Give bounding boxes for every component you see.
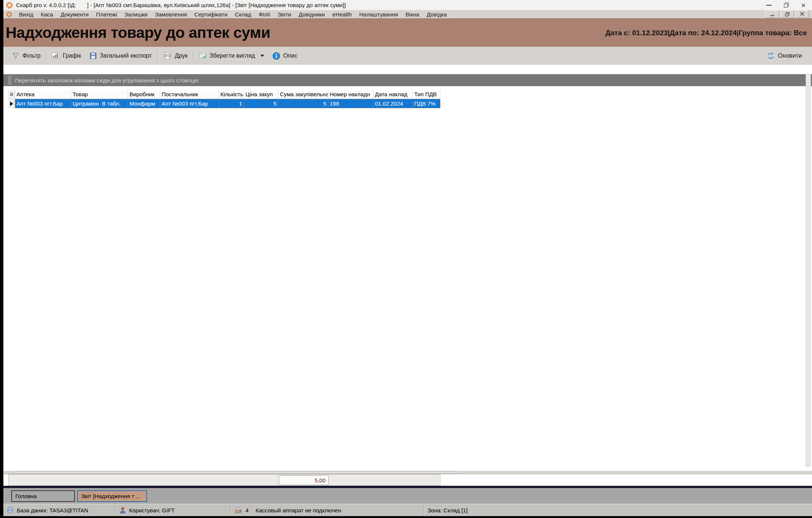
summary-total-cell: 5,00: [279, 475, 329, 485]
menu-item-4[interactable]: Платежі: [92, 11, 121, 18]
menu-item-2[interactable]: Каса: [37, 11, 57, 18]
menu-item-3[interactable]: Документи: [57, 11, 92, 18]
group-by-hint: Перетягніть заголовок колонки сюди для у…: [15, 77, 198, 84]
column-header-8[interactable]: Номер накладн: [328, 90, 373, 99]
toolbar: ФільтрГрафікЗагальний експортДрукЗберегт…: [3, 47, 812, 65]
status-bar: База даних: TASA3@TITANКористувач: GIFT4…: [3, 504, 812, 516]
menu-item-9[interactable]: Філії: [255, 11, 274, 18]
toolbar-button-3[interactable]: Загальний експорт: [85, 50, 156, 62]
mdi-close-icon: ✕: [799, 11, 805, 17]
toolbar-separator: [157, 50, 158, 61]
menu-item-10[interactable]: Звіти: [274, 11, 295, 18]
mdi-close-button[interactable]: ✕: [795, 10, 809, 18]
column-header-5[interactable]: Кількість: [219, 90, 244, 99]
grid-bottom-border: [3, 486, 812, 488]
menu-item-8[interactable]: Склад: [231, 11, 255, 18]
cell-9[interactable]: 01.02.2024: [373, 99, 413, 108]
toolbar-button-label: Друк: [175, 52, 188, 59]
menu-bar: ВихідКасаДокументиПлатежіЗалишкиЗамовлен…: [3, 10, 812, 18]
status-label: Користувач: GIFT: [129, 507, 175, 514]
status-label: Зона: Склад [1]: [428, 507, 468, 514]
cell-10[interactable]: ПДВ 7%: [413, 99, 440, 108]
cell-4[interactable]: Апт №003 пгт.Бар: [160, 99, 219, 108]
menu-item-15[interactable]: Довідка: [423, 11, 451, 18]
toolbar-button-5[interactable]: Зберегти вигляд: [195, 50, 268, 62]
toolbar-button-label: Загальний експорт: [100, 52, 152, 59]
minimize-icon: [766, 5, 772, 6]
dropdown-arrow-icon[interactable]: [260, 55, 264, 57]
status-segment-3: 4: [231, 504, 251, 516]
cell-1[interactable]: Апт №003 пгт.Бар: [15, 99, 71, 108]
tab-1[interactable]: Головна: [11, 490, 75, 502]
cell-2[interactable]: Цитрамон В табл.: [71, 99, 128, 108]
menu-item-7[interactable]: Сертифікати: [191, 11, 231, 18]
filter-icon: [12, 52, 19, 60]
chart-icon: [52, 52, 59, 60]
menu-item-13[interactable]: Налаштування: [355, 11, 402, 18]
summary-footer: 5,00: [8, 474, 440, 486]
menu-item-5[interactable]: Залишки: [121, 11, 152, 18]
scrollbar-thumb[interactable]: [13, 471, 458, 473]
column-header-9[interactable]: Дата наклад: [373, 90, 413, 99]
refresh-label: Оновити: [778, 52, 802, 59]
mdi-restore-icon: [785, 12, 790, 16]
status-segment-2: Користувач: GIFT: [116, 504, 231, 516]
toolbar-button-2[interactable]: Графік: [48, 50, 85, 62]
mdi-restore-button[interactable]: [780, 10, 794, 18]
minimize-button[interactable]: [760, 0, 778, 10]
toolbar-button-label: Графік: [62, 52, 81, 59]
column-header-6[interactable]: Ціна закуп: [244, 90, 278, 99]
toolbar-separator: [193, 50, 194, 61]
cell-8[interactable]: 198: [328, 99, 373, 108]
report-filter-summary: Дата с: 01.12.2023|Дата по: 24.12.2024|Г…: [605, 29, 807, 37]
cell-7[interactable]: 5: [278, 99, 328, 108]
close-icon: ×: [801, 1, 806, 9]
menu-item-12[interactable]: eHealth: [329, 11, 355, 18]
menu-item-14[interactable]: Вікна: [402, 11, 423, 18]
group-by-panel[interactable]: Перетягніть заголовок колонки сюди для у…: [3, 74, 812, 86]
table-row[interactable]: Апт №003 пгт.БарЦитрамон В табл.МонфармА…: [8, 99, 440, 108]
restore-icon: [784, 3, 789, 7]
toolbar-button-label: Зберегти вигляд: [210, 52, 255, 59]
title-bar: Скарб pro v. 4.0.0.2 [ІД: ] - [Апт №003 …: [3, 0, 812, 10]
vertical-scrollbar[interactable]: [806, 74, 811, 467]
menu-item-11[interactable]: Довідники: [295, 11, 329, 18]
mdi-minimize-button[interactable]: [765, 10, 779, 18]
toolbar-separator: [46, 50, 46, 61]
close-button[interactable]: ×: [795, 0, 812, 10]
save-view-icon: [199, 52, 207, 60]
menu-item-1[interactable]: Вихід: [15, 11, 37, 18]
toolbar-button-1[interactable]: Фільтр: [8, 50, 45, 62]
row-indicator: [8, 99, 15, 108]
report-header-band: Надходження товару до аптек суми Дата с:…: [3, 18, 812, 47]
horizontal-scrollbar[interactable]: [3, 470, 812, 474]
group-panel-notch: [8, 76, 11, 85]
column-header-7[interactable]: Сума закупівельна: [278, 90, 328, 99]
toolbar-button-label: Опис: [283, 52, 297, 59]
app-icon: [6, 1, 13, 9]
column-header-1[interactable]: Аптека: [15, 90, 71, 99]
mdi-minimize-icon: [770, 15, 774, 16]
column-header-4[interactable]: Постачальник: [160, 90, 219, 99]
toolbar-button-label: Фільтр: [22, 52, 40, 59]
restore-button[interactable]: [778, 0, 795, 10]
toolbar-button-6[interactable]: Опис: [268, 50, 302, 62]
toolbar-button-4[interactable]: Друк: [159, 50, 192, 62]
table-header-row: АптекаТоварВиробникПостачальникКількість…: [8, 90, 440, 99]
info-icon: [272, 52, 280, 60]
column-header-10[interactable]: Тип ПДВ: [413, 90, 440, 99]
status-label: 4: [245, 507, 248, 514]
column-header-3[interactable]: Виробник: [128, 90, 160, 99]
cell-3[interactable]: Монфарм: [128, 99, 160, 108]
cell-5[interactable]: 1: [219, 99, 244, 108]
user-icon: [120, 507, 126, 514]
menu-item-6[interactable]: Замовлення: [151, 11, 190, 18]
fiscal-printer-icon: [235, 507, 242, 514]
tab-2[interactable]: Звіт [Надходження т ...: [77, 490, 147, 502]
column-header-2[interactable]: Товар: [71, 90, 128, 99]
window-title: Скарб pro v. 4.0.0.2 [ІД: ] - [Апт №003 …: [16, 2, 346, 8]
status-segment-4: Кассовый аппарат не подключен: [251, 504, 424, 516]
refresh-button[interactable]: Оновити: [763, 50, 806, 62]
cell-6[interactable]: 5: [244, 99, 278, 108]
column-chooser-icon[interactable]: [8, 90, 15, 99]
